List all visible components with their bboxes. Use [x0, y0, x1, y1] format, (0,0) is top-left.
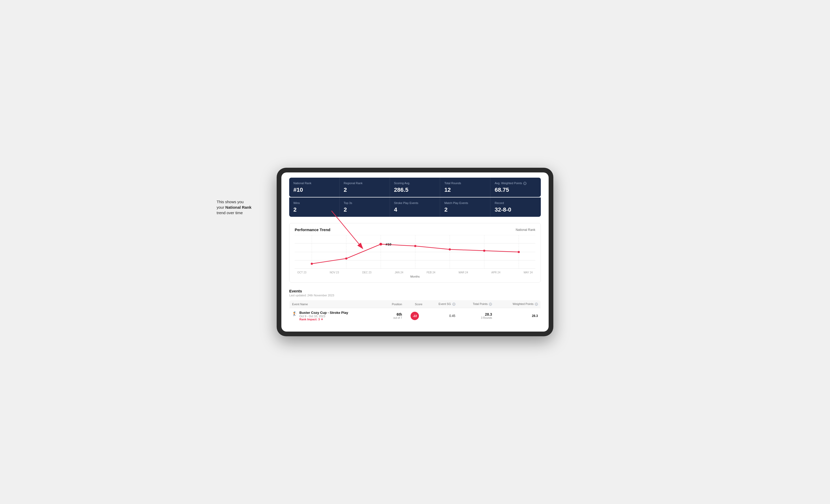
- event-total-points: 28.3 3 Rounds: [458, 308, 495, 324]
- stat-stroke-play-label: Stroke Play Events: [394, 201, 436, 205]
- event-golf-icon: 🏌: [292, 311, 297, 316]
- position-main: 6th: [384, 312, 402, 316]
- event-position: 6th out of 7: [382, 308, 405, 324]
- annotation-line3: trend over time: [217, 210, 243, 215]
- stat-wins-value: 2: [293, 206, 335, 213]
- rank-impact-arrow-icon: ▼: [321, 318, 323, 321]
- total-pts-main: 28.3: [461, 312, 492, 316]
- annotation-line1: This shows you: [217, 200, 244, 204]
- table-row: 🏌 Buster Cozy Cup - Stroke Play Oct 9 - …: [289, 308, 541, 324]
- chart-label-may24: MAY 24: [523, 271, 533, 274]
- stat-record-label: Record: [494, 201, 537, 205]
- svg-point-15: [345, 258, 347, 260]
- stat-stroke-play-value: 4: [394, 206, 436, 213]
- info-icon-avg-weighted: ⓘ: [523, 182, 526, 185]
- event-name-cell: 🏌 Buster Cozy Cup - Stroke Play Oct 9 - …: [289, 308, 382, 324]
- stat-wins: Wins 2: [289, 198, 340, 217]
- stat-top3s-label: Top 3s: [344, 201, 385, 205]
- perf-title: Performance Trend: [295, 228, 330, 232]
- stats-row1: National Rank #10 Regional Rank 2 Scorin…: [289, 178, 541, 197]
- content-area: National Rank #10 Regional Rank 2 Scorin…: [281, 172, 549, 332]
- stat-regional-rank-label: Regional Rank: [344, 181, 385, 185]
- event-rank-impact: Rank Impact: 3 ▼: [299, 318, 348, 321]
- stat-scoring-avg: Scoring Avg. 286.5: [390, 178, 440, 197]
- svg-point-14: [311, 263, 313, 265]
- info-icon-total-pts: ⓘ: [489, 303, 492, 306]
- events-table: Event Name Position Score Event SG: [289, 300, 541, 324]
- event-name-content: 🏌 Buster Cozy Cup - Stroke Play Oct 9 - …: [292, 311, 379, 321]
- stats-row2: Wins 2 Top 3s 2 Stroke Play Events 4 Mat…: [289, 198, 541, 217]
- events-table-body: 🏌 Buster Cozy Cup - Stroke Play Oct 9 - …: [289, 308, 541, 324]
- event-weighted-points: 28.3: [494, 308, 541, 324]
- info-icon-sg: ⓘ: [452, 303, 455, 306]
- stat-wins-label: Wins: [293, 201, 335, 205]
- svg-point-19: [483, 250, 485, 252]
- chart-label-feb24: FEB 24: [426, 271, 435, 274]
- event-title: Buster Cozy Cup - Stroke Play: [299, 311, 348, 314]
- chart-label-oct23: OCT 23: [297, 271, 307, 274]
- svg-point-18: [449, 248, 451, 250]
- stat-national-rank: National Rank #10: [289, 178, 340, 197]
- chart-label-mar24: MAR 24: [458, 271, 468, 274]
- chart-x-axis-title: Months: [295, 275, 535, 278]
- stat-regional-rank: Regional Rank 2: [340, 178, 390, 197]
- svg-point-20: [518, 251, 520, 253]
- event-dates: Oct 9 - Oct 10, 2023: [299, 314, 348, 318]
- position-sub: out of 7: [384, 316, 402, 319]
- events-table-header: Event Name Position Score Event SG: [289, 300, 541, 308]
- tablet-device: National Rank #10 Regional Rank 2 Scorin…: [277, 168, 553, 337]
- stat-total-rounds-value: 12: [444, 187, 486, 193]
- svg-point-17: [414, 245, 416, 247]
- stat-national-rank-label: National Rank: [293, 181, 335, 185]
- performance-chart: #10: [295, 235, 535, 269]
- stat-top3s-value: 2: [344, 206, 385, 213]
- stat-avg-weighted-points: Avg. Weighted Points ⓘ 68.75: [490, 178, 541, 197]
- annotation-line2-prefix: your: [217, 205, 225, 209]
- svg-point-21: [380, 243, 382, 245]
- chart-label-dec23: DEC 23: [362, 271, 372, 274]
- stat-avg-weighted-label: Avg. Weighted Points ⓘ: [494, 181, 537, 185]
- col-weighted-points: Weighted Points ⓘ: [494, 300, 541, 308]
- tablet-screen: National Rank #10 Regional Rank 2 Scorin…: [281, 172, 549, 332]
- col-event-name: Event Name: [289, 300, 382, 308]
- stat-stroke-play-events: Stroke Play Events 4: [390, 198, 440, 217]
- chart-label-nov23: NOV 23: [330, 271, 339, 274]
- chart-svg: #10: [295, 235, 535, 269]
- stat-avg-weighted-value: 68.75: [494, 187, 537, 193]
- col-event-sg: Event SG ⓘ: [425, 300, 458, 308]
- annotation: This shows you your National Rank trend …: [217, 199, 274, 215]
- stat-total-rounds-label: Total Rounds: [444, 181, 486, 185]
- chart-label-apr24: APR 24: [491, 271, 500, 274]
- perf-subtitle: National Rank: [516, 228, 535, 232]
- col-total-points: Total Points ⓘ: [458, 300, 495, 308]
- stat-match-play-label: Match Play Events: [444, 201, 486, 205]
- stat-match-play-events: Match Play Events 2: [440, 198, 490, 217]
- stat-scoring-avg-value: 286.5: [394, 187, 436, 193]
- performance-trend-section: Performance Trend National Rank: [289, 223, 541, 282]
- stat-record: Record 32-8-0: [490, 198, 541, 217]
- col-position: Position: [382, 300, 405, 308]
- svg-text:#10: #10: [385, 242, 391, 246]
- stat-national-rank-value: #10: [293, 187, 335, 193]
- event-score: -22: [405, 308, 425, 324]
- stat-regional-rank-value: 2: [344, 187, 385, 193]
- total-pts-sub: 3 Rounds: [461, 316, 492, 319]
- score-badge: -22: [411, 312, 419, 320]
- stat-total-rounds: Total Rounds 12: [440, 178, 490, 197]
- events-section: Events Last updated: 24th November 2023 …: [289, 289, 541, 324]
- stat-record-value: 32-8-0: [494, 206, 537, 213]
- stat-match-play-value: 2: [444, 206, 486, 213]
- events-title: Events: [289, 289, 541, 293]
- stat-top3s: Top 3s 2: [340, 198, 390, 217]
- chart-x-labels: OCT 23 NOV 23 DEC 23 JAN 24 FEB 24 MAR 2…: [295, 271, 535, 274]
- chart-label-jan24: JAN 24: [395, 271, 403, 274]
- event-sg: 0.45: [425, 308, 458, 324]
- perf-header: Performance Trend National Rank: [295, 228, 535, 232]
- info-icon-weighted-pts: ⓘ: [535, 303, 538, 306]
- annotation-line2-bold: National Rank: [225, 205, 251, 209]
- col-score: Score: [405, 300, 425, 308]
- stat-scoring-avg-label: Scoring Avg.: [394, 181, 436, 185]
- events-last-updated: Last updated: 24th November 2023: [289, 294, 541, 297]
